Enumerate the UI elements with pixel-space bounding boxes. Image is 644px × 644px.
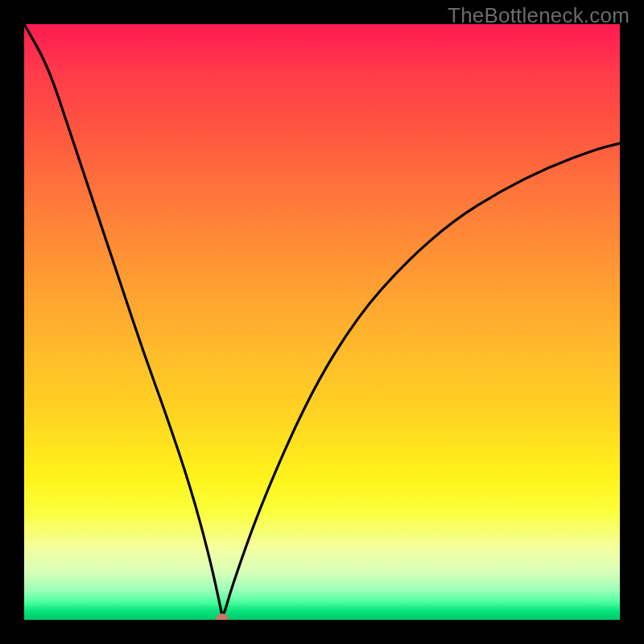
plot-area (24, 24, 620, 620)
watermark-text: TheBottleneck.com (448, 3, 630, 28)
bottleneck-curve (24, 24, 620, 615)
curve-svg (24, 24, 620, 620)
chart-frame: TheBottleneck.com (0, 0, 644, 644)
